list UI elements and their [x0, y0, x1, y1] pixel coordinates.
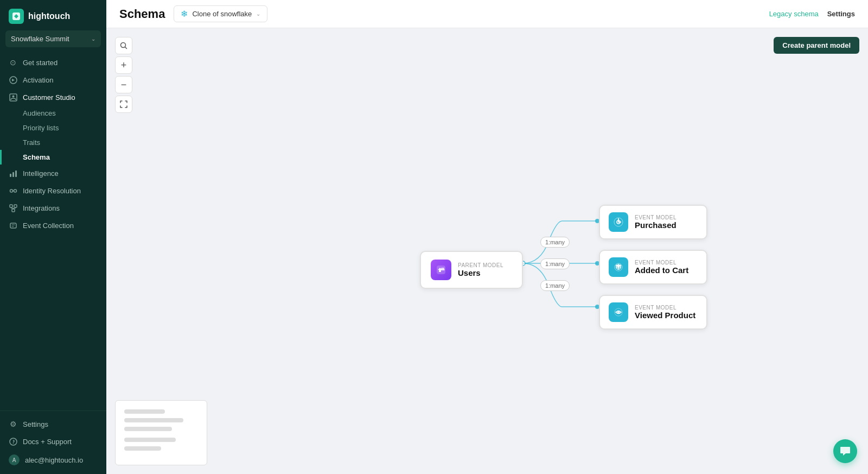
workspace-selector[interactable]: Snowflake Summit ⌄	[5, 30, 101, 47]
svg-point-3	[12, 95, 14, 97]
header-right: Legacy schema Settings	[769, 10, 855, 18]
svg-rect-6	[15, 170, 17, 177]
integrations-icon	[9, 204, 17, 212]
event-collection-icon	[9, 221, 17, 230]
source-selector[interactable]: ❄ Clone of snowflake ⌄	[174, 5, 267, 22]
sidebar-item-settings[interactable]: ⚙ Settings	[0, 415, 106, 433]
minimap-line-5	[124, 446, 161, 451]
app-logo-text: hightouch	[28, 11, 70, 21]
event-model-viewed-type: EVENT MODEL	[635, 305, 695, 311]
event-model-purchased-name: Purchased	[635, 220, 676, 230]
sidebar-item-get-started[interactable]: ⊙ Get started	[0, 54, 106, 71]
svg-point-14	[12, 443, 14, 444]
page-header: Schema ❄ Clone of snowflake ⌄ Legacy sch…	[106, 0, 868, 28]
page-title: Schema	[119, 7, 165, 21]
sidebar-item-user[interactable]: A alec@hightouch.io	[0, 450, 106, 470]
sidebar-item-activation[interactable]: Activation	[0, 71, 106, 89]
minimap	[115, 400, 207, 465]
sidebar-item-traits[interactable]: Traits	[0, 135, 106, 150]
svg-rect-21	[441, 268, 444, 270]
svg-rect-10	[14, 205, 17, 207]
sidebar-item-integrations[interactable]: Integrations	[0, 199, 106, 217]
settings-button[interactable]: Settings	[827, 10, 855, 18]
sidebar-label-user: alec@hightouch.io	[25, 456, 83, 464]
sidebar-bottom: ⚙ Settings Docs + Support A alec@hightou…	[0, 410, 106, 474]
event-node-added-to-cart-labels: EVENT MODEL Added to Cart	[635, 260, 688, 275]
parent-model-name: Users	[458, 268, 503, 277]
sidebar-item-event-collection[interactable]: Event Collection	[0, 217, 106, 234]
identity-resolution-icon	[9, 186, 17, 195]
event-model-viewed-name: Viewed Product	[635, 311, 695, 320]
settings-icon: ⚙	[9, 420, 17, 428]
sidebar-item-docs-support[interactable]: Docs + Support	[0, 433, 106, 450]
sidebar-label-docs-support: Docs + Support	[23, 438, 72, 446]
subnav-label-schema: Schema	[23, 153, 50, 161]
event-node-added-to-cart[interactable]: EVENT MODEL Added to Cart	[599, 250, 707, 285]
event-model-purchased-type: EVENT MODEL	[635, 214, 676, 220]
sidebar-item-intelligence[interactable]: Intelligence	[0, 165, 106, 182]
sidebar-item-priority-lists[interactable]: Priority lists	[0, 121, 106, 135]
event-node-viewed-product[interactable]: EVENT MODEL Viewed Product	[599, 295, 707, 330]
snowflake-icon: ❄	[181, 9, 188, 19]
zoom-out-button[interactable]: −	[115, 76, 132, 93]
workspace-name: Snowflake Summit	[11, 35, 69, 43]
minimap-content	[116, 401, 207, 459]
event-node-viewed-product-icon	[609, 302, 628, 322]
svg-point-8	[14, 189, 16, 192]
sidebar-item-customer-studio[interactable]: Customer Studio	[0, 89, 106, 106]
create-parent-model-button[interactable]: Create parent model	[774, 37, 859, 54]
subnav-label-audiences: Audiences	[23, 109, 56, 117]
search-button[interactable]	[115, 37, 132, 54]
minimap-line-4	[124, 438, 176, 442]
sidebar-item-identity-resolution[interactable]: Identity Resolution	[0, 182, 106, 199]
legacy-schema-link[interactable]: Legacy schema	[769, 10, 819, 18]
get-started-icon: ⊙	[9, 58, 17, 67]
sidebar-label-activation: Activation	[23, 76, 53, 84]
svg-point-7	[10, 189, 12, 192]
zoom-in-button[interactable]: +	[115, 56, 132, 74]
sidebar-label-integrations: Integrations	[23, 204, 60, 212]
event-node-purchased[interactable]: EVENT MODEL Purchased	[599, 205, 707, 239]
schema-canvas-area: + − Create parent model	[106, 28, 868, 474]
customer-studio-icon	[9, 93, 17, 102]
sidebar: hightouch Snowflake Summit ⌄ ⊙ Get start…	[0, 0, 106, 474]
svg-rect-5	[12, 172, 14, 177]
user-avatar-icon: A	[9, 454, 20, 465]
relationship-badge-3: 1:many	[540, 280, 570, 291]
parent-node-icon	[431, 260, 451, 280]
workspace-chevron: ⌄	[91, 36, 95, 42]
relationship-badge-2: 1:many	[540, 258, 570, 269]
svg-rect-4	[10, 174, 11, 177]
chat-button[interactable]	[833, 439, 857, 463]
event-model-added-name: Added to Cart	[635, 266, 688, 275]
event-node-purchased-icon	[609, 212, 628, 232]
subnav-label-traits: Traits	[23, 138, 40, 147]
intelligence-icon	[9, 169, 17, 178]
activation-icon	[9, 75, 17, 84]
event-model-added-type: EVENT MODEL	[635, 260, 688, 266]
header-left: Schema ❄ Clone of snowflake ⌄	[119, 5, 267, 22]
sidebar-item-schema[interactable]: Schema	[0, 150, 106, 165]
parent-node-users[interactable]: PARENT MODEL Users	[420, 251, 523, 289]
sidebar-item-audiences[interactable]: Audiences	[0, 106, 106, 121]
svg-point-27	[617, 311, 620, 314]
event-node-purchased-labels: EVENT MODEL Purchased	[635, 214, 676, 230]
customer-studio-subnav: Audiences Priority lists Traits Schema	[0, 106, 106, 165]
relationship-badge-1: 1:many	[540, 237, 570, 248]
minimap-line-3	[124, 427, 172, 431]
parent-node-labels: PARENT MODEL Users	[458, 262, 503, 277]
expand-icon: ⌄	[256, 11, 260, 17]
minimap-line-2	[124, 418, 183, 422]
sidebar-label-customer-studio: Customer Studio	[23, 93, 75, 102]
main-content: Schema ❄ Clone of snowflake ⌄ Legacy sch…	[106, 0, 868, 474]
logo-area: hightouch	[0, 0, 106, 30]
fullscreen-button[interactable]	[115, 96, 132, 113]
minimap-line-1	[124, 409, 165, 414]
sidebar-label-get-started: Get started	[23, 59, 58, 67]
source-name: Clone of snowflake	[192, 10, 252, 18]
app-logo-icon	[9, 9, 24, 24]
parent-model-type-label: PARENT MODEL	[458, 262, 503, 268]
sidebar-label-settings: Settings	[23, 420, 48, 428]
event-node-viewed-product-labels: EVENT MODEL Viewed Product	[635, 305, 695, 320]
nav-section: ⊙ Get started Activation Customer Studio	[0, 52, 106, 236]
